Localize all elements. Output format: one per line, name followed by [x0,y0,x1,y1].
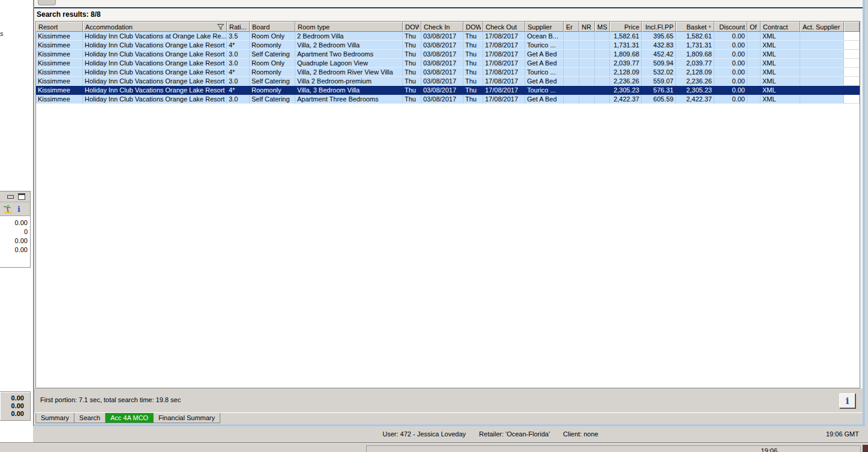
table-row[interactable]: KissimmeeHoliday Inn Club Vacations Oran… [36,50,860,59]
tab-search[interactable]: Search [74,413,106,423]
cell-spare [844,86,860,95]
column-header-supplier[interactable]: Supplier [525,22,564,32]
column-header-spare[interactable] [844,22,860,32]
cell-board: Self Catering [250,50,295,59]
cell-dow-out: Thu [463,86,483,95]
column-header-basket[interactable]: Basket▼ [676,22,714,32]
mini-panel-toolbar: i [0,202,30,216]
column-header-act-supplier[interactable]: Act. Supplier [800,22,844,32]
table-row[interactable]: KissimmeeHoliday Inn Club Vacations Oran… [36,41,860,50]
cell-room-type: Apartment Three Bedrooms [295,95,403,104]
cell-dow-in: Thu [403,68,421,77]
cell-supplier: Ocean B... [525,32,564,41]
column-label: DOW [466,23,481,31]
cell-price: 2,305.23 [610,86,642,95]
table-row[interactable]: KissimmeeHoliday Inn Club Vacations Oran… [36,59,860,68]
cell-nr [579,68,595,77]
column-header-nr[interactable]: NR [579,22,595,32]
column-header-price[interactable]: Price [610,22,642,32]
column-header-accommodation[interactable]: Accommodation [83,22,227,32]
cell-discount: 0.00 [714,86,747,95]
column-header-board[interactable]: Board [250,22,295,32]
cell-room-type: 2 Bedroom Villa [295,32,403,41]
cell-dow-in: Thu [403,41,421,50]
totals-panel: 0.000.000.00 [0,391,31,421]
cell-resort: Kissimmee [36,86,83,95]
column-label: NR [582,23,592,31]
column-header-contract[interactable]: Contract [761,22,800,32]
info-icon[interactable]: i [17,205,20,213]
cell-act-supplier [800,32,844,41]
sort-indicator-icon: ▼ [708,25,712,29]
mini-summary-panel: i 0.0000.000.00 [0,191,31,268]
table-row[interactable]: KissimmeeHoliday Inn Club Vacations Oran… [36,68,860,77]
tab-financial-summary[interactable]: Financial Summary [153,413,220,423]
cell-nr [579,95,595,104]
table-row[interactable]: KissimmeeHoliday Inn Club Vacations Oran… [36,86,860,95]
tab-summary[interactable]: Summary [35,413,74,423]
column-header-resort[interactable]: Resort [36,22,83,32]
column-header-dow-in[interactable]: DOW [403,22,421,32]
cell-nr [579,41,595,50]
palm-tree-icon[interactable] [3,205,13,214]
cell-accommodation: Holiday Inn Club Vacations Orange Lake R… [83,59,227,68]
cell-spare [844,50,860,59]
cell-of [747,86,761,95]
cell-basket: 2,236.26 [676,77,714,86]
cell-resort: Kissimmee [36,50,83,59]
column-header-rating[interactable]: Rati... [227,22,250,32]
cell-er [564,95,579,104]
cell-discount: 0.00 [714,41,747,50]
column-header-incl-fl-pp[interactable]: Incl.Fl.PP [642,22,676,32]
window-divider [34,7,863,8]
table-row[interactable]: KissimmeeHoliday Inn Club Vacations Oran… [36,95,860,104]
collapse-button[interactable] [7,195,14,199]
column-header-room-type[interactable]: Room type [295,22,403,32]
cell-er [564,77,579,86]
column-header-check-in[interactable]: Check In [421,22,463,32]
cell-room-type: Villa 2 Bedroom-premium [295,77,403,86]
tab-acc-4a-mco[interactable]: Acc 4A MCO [105,413,154,423]
cell-room-type: Villa, 2 Bedroom River View Villa [295,68,403,77]
cell-price: 1,582.61 [610,32,642,41]
cell-basket: 2,039.77 [676,59,714,68]
cell-accommodation: Holiday Inn Club Vacations Orange Lake R… [83,77,227,86]
cell-contract: XML [761,50,800,59]
filter-icon[interactable] [217,23,225,31]
column-label: Price [612,23,639,31]
panel-value: 0.00 [0,218,28,228]
table-row[interactable]: KissimmeeHoliday Inn Club Vacations at O… [36,32,860,41]
cell-resort: Kissimmee [36,32,83,41]
search-timing-text: First portion: 7.1 sec, total search tim… [40,396,181,403]
cell-price: 2,236.26 [610,77,642,86]
cell-discount: 0.00 [714,59,747,68]
restore-button[interactable] [18,193,25,200]
cell-dow-in: Thu [403,95,421,104]
cell-supplier: Tourico ... [525,68,564,77]
column-label: Board [252,23,293,31]
cell-board: Roomonly [250,86,295,95]
column-header-dow-out[interactable]: DOW [463,22,483,32]
cell-nr [579,32,595,41]
column-header-of[interactable]: Of [747,22,761,32]
cell-dow-out: Thu [463,41,483,50]
column-label: Check In [424,23,461,31]
cell-nr [579,50,595,59]
cell-price: 1,809.68 [610,50,642,59]
cell-discount: 0.00 [714,32,747,41]
cell-act-supplier [800,86,844,95]
cell-er [564,50,579,59]
cell-act-supplier [800,95,844,104]
column-header-check-out[interactable]: Check Out [483,22,525,32]
column-header-ms[interactable]: MS [595,22,610,32]
cell-accommodation: Holiday Inn Club Vacations Orange Lake R… [83,50,227,59]
column-header-er[interactable]: Er [564,22,579,32]
column-label: Basket [678,23,707,31]
cell-supplier: Get A Bed [525,50,564,59]
info-button[interactable]: i [839,393,855,408]
cell-accommodation: Holiday Inn Club Vacations Orange Lake R… [83,41,227,50]
table-row[interactable]: KissimmeeHoliday Inn Club Vacations Oran… [36,77,860,86]
cell-of [747,77,761,86]
cell-act-supplier [800,50,844,59]
column-header-discount[interactable]: Discount [714,22,747,32]
